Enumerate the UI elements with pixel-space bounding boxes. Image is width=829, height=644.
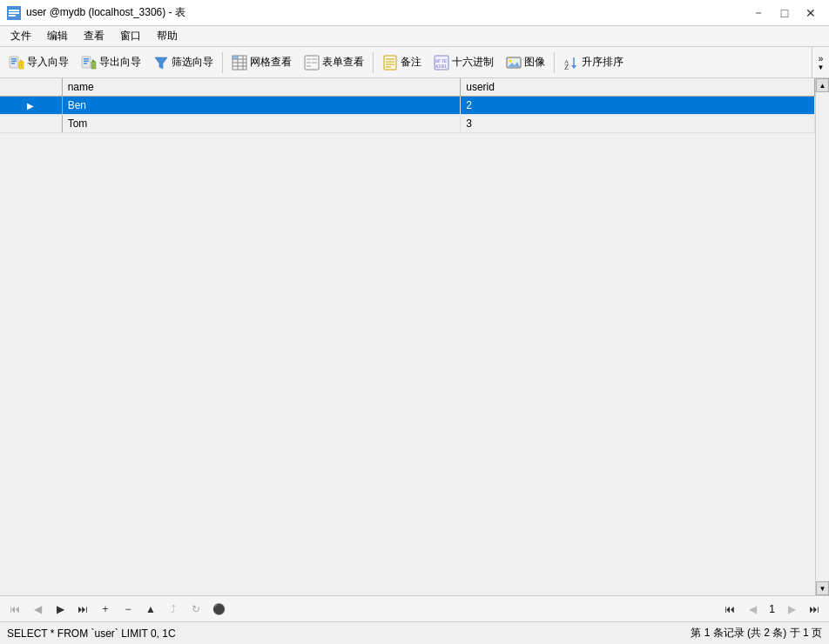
toolbar-separator-3	[554, 52, 555, 73]
close-button[interactable]: ✕	[799, 4, 822, 22]
svg-rect-33	[307, 65, 311, 67]
table-scroll-area[interactable]: name userid ▶Ben2Tom3	[0, 78, 815, 595]
form-view-button[interactable]: 表单查看	[299, 52, 369, 73]
page-last-button[interactable]: ⏭	[805, 600, 824, 619]
bottom-toolbar: ⏮ ◀ ▶ ⏭ + − ▲ ⤴ ↻ ⚫ ⏮ ◀ 1 ▶ ⏭	[0, 595, 829, 621]
svg-marker-50	[571, 65, 576, 69]
image-view-button[interactable]: 图像	[501, 52, 550, 73]
page-first-button[interactable]: ⏮	[720, 600, 739, 619]
filter-wizard-button[interactable]: 筛选向导	[148, 52, 219, 73]
svg-rect-13	[84, 58, 89, 60]
menu-view[interactable]: 查看	[77, 27, 111, 45]
memo-button[interactable]: 备注	[377, 52, 427, 73]
toolbar-separator-2	[373, 52, 374, 73]
page-number: 1	[765, 603, 778, 615]
menu-help[interactable]: 帮助	[150, 27, 185, 45]
refresh-button[interactable]: ↻	[186, 600, 206, 619]
main-content: name userid ▶Ben2Tom3 ▲ ▼	[0, 78, 829, 595]
sort-icon: A Z	[563, 55, 579, 70]
grid-icon	[232, 55, 247, 70]
cell-name[interactable]: Ben	[62, 97, 461, 115]
svg-marker-20	[155, 57, 167, 69]
menu-edit[interactable]: 编辑	[40, 27, 75, 45]
import-wizard-button[interactable]: 导入向导	[3, 52, 74, 73]
svg-marker-9	[20, 59, 24, 62]
cell-name[interactable]: Tom	[62, 115, 461, 133]
image-icon	[506, 55, 522, 70]
menu-file[interactable]: 文件	[3, 27, 38, 45]
status-record-info: 第 1 条记录 (共 2 条) 于 1 页	[691, 626, 822, 641]
form-icon	[304, 55, 320, 70]
svg-point-45	[509, 59, 512, 62]
move-down-button[interactable]: ⤴	[164, 600, 183, 619]
col-header-userid: userid	[461, 78, 815, 97]
svg-rect-5	[11, 58, 17, 60]
export-wizard-label: 导出向导	[99, 55, 141, 70]
last-record-button[interactable]: ⏭	[73, 600, 92, 619]
stop-button[interactable]: ⚫	[209, 600, 228, 619]
svg-marker-8	[19, 62, 24, 69]
image-view-label: 图像	[524, 55, 545, 70]
svg-marker-16	[91, 62, 96, 69]
scroll-down-button[interactable]: ▼	[816, 581, 829, 595]
delete-record-button[interactable]: −	[118, 600, 138, 619]
sort-asc-label: 升序排序	[582, 55, 623, 70]
toolbar-expand[interactable]: » ▼	[812, 47, 829, 77]
status-bar: SELECT * FROM `user` LIMIT 0, 1C 第 1 条记录…	[0, 621, 829, 644]
expand-arrow-down: ▼	[818, 64, 825, 71]
data-table: name userid ▶Ben2Tom3	[0, 78, 815, 133]
prev-record-button[interactable]: ◀	[28, 600, 47, 619]
table-header-row: name userid	[0, 78, 815, 97]
sort-asc-button[interactable]: A Z 升序排序	[558, 52, 629, 73]
filter-wizard-label: 筛选向导	[172, 55, 213, 70]
import-icon	[9, 55, 24, 70]
svg-rect-30	[312, 58, 317, 60]
import-wizard-label: 导入向导	[27, 55, 69, 70]
cell-userid[interactable]: 3	[461, 115, 815, 133]
first-record-button[interactable]: ⏮	[5, 600, 24, 619]
svg-rect-3	[9, 15, 16, 17]
table-row[interactable]: ▶Ben2	[0, 97, 815, 115]
menu-window[interactable]: 窗口	[113, 27, 148, 45]
move-up-button[interactable]: ▲	[141, 600, 160, 619]
svg-marker-17	[92, 59, 96, 62]
svg-rect-4	[10, 57, 18, 68]
scroll-track	[816, 92, 829, 581]
minimize-button[interactable]: －	[747, 4, 770, 22]
svg-rect-15	[84, 63, 87, 64]
app-icon	[7, 6, 21, 20]
row-indicator-header	[0, 78, 62, 97]
add-record-button[interactable]: +	[96, 600, 115, 619]
form-view-label: 表单查看	[322, 55, 364, 70]
svg-text:B1: B1	[441, 64, 447, 69]
grid-view-label: 网格查看	[250, 55, 292, 70]
window-title: user @mydb (localhost_3306) - 表	[26, 5, 185, 20]
svg-rect-14	[84, 60, 89, 62]
vertical-scrollbar[interactable]: ▲ ▼	[815, 78, 829, 595]
toolbar: 导入向导 导出向导 筛选向导	[0, 47, 829, 78]
svg-rect-1	[9, 10, 19, 11]
export-icon	[81, 55, 97, 70]
svg-rect-31	[307, 62, 311, 64]
status-sql: SELECT * FROM `user` LIMIT 0, 1C	[7, 627, 176, 640]
page-next-button[interactable]: ▶	[782, 600, 801, 619]
cell-userid[interactable]: 2	[461, 97, 815, 115]
svg-rect-29	[307, 58, 311, 60]
maximize-button[interactable]: □	[773, 4, 796, 22]
hex-button[interactable]: 0F A3 7E B1 十六进制	[428, 52, 499, 73]
grid-view-button[interactable]: 网格查看	[226, 52, 297, 73]
table-row[interactable]: Tom3	[0, 115, 815, 133]
page-prev-button[interactable]: ◀	[743, 600, 762, 619]
svg-rect-34	[384, 56, 396, 70]
scroll-up-button[interactable]: ▲	[816, 78, 829, 92]
svg-rect-32	[312, 62, 317, 64]
col-header-name: name	[62, 78, 461, 97]
svg-text:A3: A3	[435, 64, 441, 69]
export-wizard-button[interactable]: 导出向导	[76, 52, 146, 73]
svg-rect-27	[233, 56, 238, 59]
row-indicator	[0, 115, 62, 133]
toolbar-separator-1	[222, 52, 223, 73]
hex-icon: 0F A3 7E B1	[434, 55, 449, 70]
title-bar-controls: － □ ✕	[747, 4, 822, 22]
next-record-button[interactable]: ▶	[51, 600, 70, 619]
